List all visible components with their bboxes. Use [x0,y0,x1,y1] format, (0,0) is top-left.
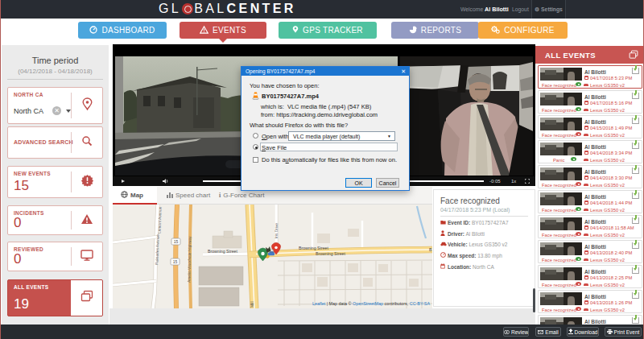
svg-text:Mill: Mill [250,302,254,308]
svg-text:15: 15 [174,239,179,244]
svg-text:Browning Street: Browning Street [208,249,237,254]
svg-text:15: 15 [173,259,178,264]
svg-text:Iris Drive: Iris Drive [275,223,279,238]
svg-text:Browning Street: Browning Street [299,246,328,250]
svg-text:Leaflet | Map data © OpenStree: Leaflet | Map data © OpenStreetMap contr… [312,301,430,306]
svg-text:Browning Street: Browning Street [316,251,345,256]
svg-text:Amelia-Woodvale-Highway: Amelia-Woodvale-Highway [187,236,192,283]
svg-text:B: B [429,247,432,252]
